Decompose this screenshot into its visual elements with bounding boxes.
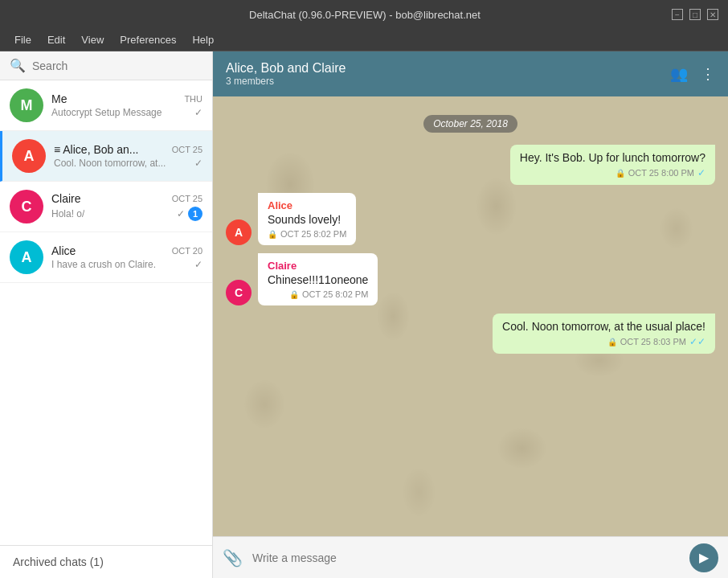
checkmark-me: ✓ bbox=[194, 107, 202, 118]
msg-meta-1: 🔒 OCT 25 8:00 PM ✓ bbox=[520, 167, 706, 178]
check-1: ✓ bbox=[697, 167, 706, 178]
chat-time-claire: OCT 25 bbox=[172, 194, 202, 203]
maximize-button[interactable]: □ bbox=[689, 9, 701, 20]
bubble-1: Hey. It's Bob. Up for lunch tomorrow? 🔒 … bbox=[510, 145, 715, 185]
search-bar: 🔍 bbox=[0, 51, 212, 80]
menu-preferences[interactable]: Preferences bbox=[112, 31, 184, 49]
window-title: DeltaChat (0.96.0-PREVIEW) - bob@librech… bbox=[58, 9, 672, 21]
bubble-3: Claire Chinese!!!11oneone 🔒 OCT 25 8:02 … bbox=[258, 253, 378, 305]
checkmark-claire: ✓ bbox=[177, 208, 185, 219]
message-row-1: Hey. It's Bob. Up for lunch tomorrow? 🔒 … bbox=[226, 145, 715, 185]
lock-icon-2: 🔒 bbox=[268, 230, 277, 239]
msg-time-2: OCT 25 8:02 PM bbox=[280, 229, 346, 239]
sender-name-claire: Claire bbox=[268, 260, 368, 272]
msg-text-4: Cool. Noon tomorrow, at the usual place! bbox=[502, 320, 706, 333]
chat-item-me[interactable]: M Me THU Autocrypt Setup Message ✓ bbox=[0, 80, 212, 131]
app-body: 🔍 M Me THU Autocrypt Setup Message ✓ bbox=[0, 51, 728, 578]
chat-preview-alice-bob: Cool. Noon tomorrow, at... bbox=[54, 158, 166, 169]
chat-name-alice-bob: ≡ Alice, Bob an... bbox=[54, 143, 138, 156]
menu-help[interactable]: Help bbox=[184, 31, 222, 49]
chat-item-claire[interactable]: C Claire OCT 25 Hola! o/ ✓ 1 bbox=[0, 182, 212, 232]
lock-icon-4: 🔒 bbox=[607, 338, 617, 346]
chat-name-claire: Claire bbox=[51, 192, 81, 205]
window-controls: − □ ✕ bbox=[672, 9, 718, 20]
chat-name-alice: Alice bbox=[51, 244, 76, 257]
chat-time-alice: OCT 20 bbox=[172, 246, 202, 256]
chat-time-me: THU bbox=[184, 94, 202, 104]
avatar-alice-bob: A bbox=[12, 139, 46, 173]
msg-time-4: OCT 25 8:03 PM bbox=[620, 337, 686, 346]
more-options-icon[interactable]: ⋮ bbox=[701, 65, 715, 83]
message-row-2: A Alice Sounds lovely! 🔒 OCT 25 8:02 PM bbox=[226, 193, 715, 245]
messages-list: October 25, 2018 Hey. It's Bob. Up for l… bbox=[213, 96, 728, 536]
chat-info-alice: Alice OCT 20 I have a crush on Claire. ✓ bbox=[51, 244, 202, 270]
search-icon: 🔍 bbox=[10, 58, 26, 73]
menu-file[interactable]: File bbox=[6, 31, 39, 49]
msg-text-2: Sounds lovely! bbox=[268, 213, 346, 226]
message-input-bar: 📎 ▶ bbox=[213, 536, 728, 578]
search-input[interactable] bbox=[32, 59, 202, 72]
checkmark-alice-bob: ✓ bbox=[194, 158, 202, 169]
chat-preview-me: Autocrypt Setup Message bbox=[51, 107, 162, 118]
chat-info-alice-bob: ≡ Alice, Bob an... OCT 25 Cool. Noon tom… bbox=[54, 143, 202, 169]
msg-meta-2: 🔒 OCT 25 8:02 PM bbox=[268, 229, 346, 239]
send-icon: ▶ bbox=[699, 550, 709, 565]
chat-preview-icons-claire: ✓ 1 bbox=[177, 207, 202, 221]
menu-view[interactable]: View bbox=[73, 31, 112, 49]
unread-badge-claire: 1 bbox=[188, 207, 202, 221]
chat-item-alice-bob[interactable]: A ≡ Alice, Bob an... OCT 25 Cool. Noon t… bbox=[0, 131, 212, 182]
chat-info-me: Me THU Autocrypt Setup Message ✓ bbox=[51, 92, 202, 118]
message-input[interactable] bbox=[252, 551, 680, 564]
check-4: ✓✓ bbox=[689, 336, 706, 347]
messages-container: October 25, 2018 Hey. It's Bob. Up for l… bbox=[213, 96, 728, 536]
close-button[interactable]: ✕ bbox=[707, 9, 718, 20]
lock-icon-1: 🔒 bbox=[616, 169, 625, 178]
avatar-alice: A bbox=[10, 240, 43, 274]
group-icon[interactable]: 👥 bbox=[670, 65, 688, 83]
message-row-3: C Claire Chinese!!!11oneone 🔒 OCT 25 8:0… bbox=[226, 253, 715, 305]
sender-name-alice: Alice bbox=[268, 199, 346, 211]
chat-header: Alice, Bob and Claire 3 members 👥 ⋮ bbox=[213, 51, 728, 96]
minimize-button[interactable]: − bbox=[672, 9, 683, 20]
avatar-claire: C bbox=[10, 190, 43, 223]
msg-avatar-claire: C bbox=[226, 280, 252, 305]
lock-icon-3: 🔒 bbox=[289, 290, 299, 299]
avatar-me: M bbox=[10, 88, 43, 122]
chat-header-icons: 👥 ⋮ bbox=[670, 65, 715, 83]
archived-chats[interactable]: Archived chats (1) bbox=[0, 545, 212, 578]
msg-avatar-alice: A bbox=[226, 219, 252, 245]
menu-edit[interactable]: Edit bbox=[39, 31, 73, 49]
date-divider: October 25, 2018 bbox=[226, 116, 715, 130]
msg-text-3: Chinese!!!11oneone bbox=[268, 273, 368, 286]
attach-icon[interactable]: 📎 bbox=[223, 548, 243, 568]
chat-name-me: Me bbox=[51, 92, 67, 105]
menu-bar: File Edit View Preferences Help bbox=[0, 29, 728, 51]
title-bar: DeltaChat (0.96.0-PREVIEW) - bob@librech… bbox=[0, 0, 728, 29]
message-row-4: Cool. Noon tomorrow, at the usual place!… bbox=[226, 314, 715, 354]
checkmark-alice: ✓ bbox=[194, 259, 202, 270]
bubble-4: Cool. Noon tomorrow, at the usual place!… bbox=[493, 314, 715, 354]
chat-item-alice[interactable]: A Alice OCT 20 I have a crush on Claire.… bbox=[0, 232, 212, 283]
chat-info-claire: Claire OCT 25 Hola! o/ ✓ 1 bbox=[51, 192, 202, 221]
chat-header-members: 3 members bbox=[226, 76, 670, 87]
msg-meta-3: 🔒 OCT 25 8:02 PM bbox=[268, 289, 368, 299]
msg-text-1: Hey. It's Bob. Up for lunch tomorrow? bbox=[520, 151, 706, 164]
msg-meta-4: 🔒 OCT 25 8:03 PM ✓✓ bbox=[502, 336, 706, 347]
msg-time-1: OCT 25 8:00 PM bbox=[628, 168, 694, 178]
chat-area: Alice, Bob and Claire 3 members 👥 ⋮ Octo… bbox=[213, 51, 728, 578]
chat-list: M Me THU Autocrypt Setup Message ✓ A bbox=[0, 80, 212, 545]
chat-time-alice-bob: OCT 25 bbox=[172, 145, 202, 154]
bubble-2: Alice Sounds lovely! 🔒 OCT 25 8:02 PM bbox=[258, 193, 356, 245]
sidebar: 🔍 M Me THU Autocrypt Setup Message ✓ bbox=[0, 51, 213, 578]
chat-header-info: Alice, Bob and Claire 3 members bbox=[226, 61, 670, 87]
chat-preview-claire: Hola! o/ bbox=[51, 208, 84, 219]
chat-preview-alice: I have a crush on Claire. bbox=[51, 259, 156, 270]
send-button[interactable]: ▶ bbox=[689, 543, 718, 572]
msg-time-3: OCT 25 8:02 PM bbox=[302, 289, 368, 299]
chat-header-name: Alice, Bob and Claire bbox=[226, 61, 670, 76]
